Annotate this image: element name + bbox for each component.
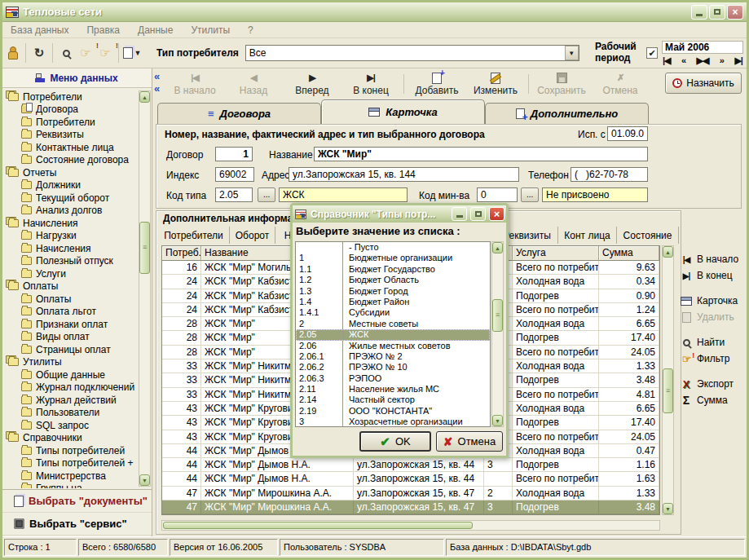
dialog-list-item[interactable]: 1.4.1Субсидии [296,307,490,318]
action-last[interactable]: ▶|В конец [680,267,745,284]
scrollbar-thumb[interactable] [139,222,150,274]
scrollbar-thumb[interactable] [492,299,503,332]
tree-item[interactable]: SQL запрос [5,419,138,432]
action-first[interactable]: |◀В начало [680,251,745,267]
tree-item[interactable]: Общие данные [5,368,138,381]
tree-item[interactable]: Оплата льгот [5,306,138,319]
combobox-dropdown-button[interactable]: ▼ [565,46,579,60]
tree-item[interactable]: Текущий оборот [5,192,138,205]
table-row[interactable]: 47ЖСК "Мир" Мирошкина А.А.ул.Запорожская… [162,487,659,500]
navbtn-add[interactable]: Добавить [408,69,466,99]
tree-group-3[interactable]: Оплаты [5,280,138,293]
dialog-list-item[interactable]: 1.4Бюджет Район [296,297,490,307]
menu-item-0[interactable]: База данных [11,24,68,36]
tab-dogovora[interactable]: ≡Договора [157,103,321,124]
dialog-list-item[interactable]: 1.1Бюджет Государство [296,264,490,275]
tree-item[interactable]: Страницы оплат [5,343,138,356]
working-period-checkbox[interactable]: ✔ [646,47,658,59]
table-row[interactable]: 44ЖСК "Мир" Дымов Н.А.ул.Запорожская 15,… [162,472,659,486]
menu-item-2[interactable]: Данные [138,24,173,36]
tree-item[interactable]: Признаки оплат [5,318,138,331]
dialog-list-item[interactable]: 2.14Частный сектор [296,395,490,405]
dialog-list-item[interactable]: 1Бюджетные организации [296,253,490,263]
scrollbar-thumb[interactable] [663,368,673,413]
lower-tab-Потребители[interactable]: Потребители [158,227,230,244]
action-card[interactable]: Карточка [680,293,745,309]
dialog-list-item[interactable]: 1.3Бюджет Город [296,286,490,297]
consumer-type-combobox[interactable]: Все ▼ [245,45,579,61]
dialog-minimize-button[interactable] [452,207,467,221]
tree-item[interactable]: Услуги [5,267,138,280]
menu-item-3[interactable]: Утилиты [191,24,230,36]
tree-item[interactable]: Полезный отпуск [5,255,138,268]
cancel-button[interactable]: ✘ Отмена [436,431,503,452]
lower-tab-Оборот[interactable]: Оборот [230,227,275,244]
period-nav-button-3[interactable]: » [720,55,724,66]
adres-field[interactable] [289,167,519,182]
column-header-5[interactable]: Сумма [599,246,659,261]
dialog-list-item[interactable]: 2.19ООО "КОНСТАНТА" [296,406,490,417]
period-nav-button-0[interactable]: |◀ [663,55,671,66]
isp-field[interactable] [607,126,648,141]
telefon-field[interactable] [571,167,648,182]
dogovor-field[interactable] [215,147,253,161]
dialog-list-item[interactable]: 3Хозрасчетные организации [296,417,490,427]
menu-item-4[interactable]: ? [248,24,253,36]
lower-tab-Конт лица[interactable]: Конт лица [558,227,617,244]
table-row[interactable]: 44ЖСК "Мир" Дымов Н.А.ул.Запорожская 15,… [162,458,659,472]
dialog-list-item[interactable]: 2.05ЖСК [296,329,490,340]
tree-item[interactable]: Группы на... [5,483,138,489]
menu-item-1[interactable]: Правка [86,24,120,36]
kod-minva-browse-button[interactable]: ... [521,187,539,202]
tree-item[interactable]: Типы потребителей + [5,457,138,470]
sidebar-scrollbar[interactable]: ▲ ▼ [139,90,151,487]
dialog-list-item[interactable]: 2.06.1ПРЭЖО № 2 [296,351,490,362]
select-service-button[interactable]: Выбрать "сервис" [2,513,152,536]
dialog-close-button[interactable]: × [489,207,504,221]
kod-tipa-field[interactable] [215,187,253,202]
tree-item[interactable]: Потребители [5,116,138,129]
scroll-down-icon[interactable]: ▼ [663,503,673,514]
tree-item[interactable]: Контактные лица [5,141,138,154]
dialog-list-item[interactable]: 1.2Бюджет Область [296,275,490,285]
assign-button[interactable]: Назначить [665,73,742,94]
tree-group-5[interactable]: Справочники [5,432,138,445]
table-row[interactable]: 47ЖСК "Мир" Мирошкина А.А.ул.Запорожская… [162,500,659,514]
tree-group-0[interactable]: Потребители [5,90,138,104]
navbtn-last[interactable]: ▶|В конец [341,69,400,99]
table-horizontal-scrollbar[interactable] [161,520,660,531]
collapse-chevrons[interactable]: «« [154,70,165,95]
action-excel[interactable]: XЭкспорт [680,376,745,392]
navbtn-edit[interactable]: Изменить [466,69,525,99]
tree-item[interactable]: Журнал действий [5,394,138,407]
search-button[interactable] [56,43,76,63]
dialog-scrollbar[interactable]: ▲ ▼ [491,241,504,427]
scroll-down-icon[interactable]: ▼ [139,474,150,486]
kod-tipa-browse-button[interactable]: ... [258,187,275,202]
tree-item[interactable]: Журнал подключений [5,381,138,395]
tree-item[interactable]: Типы потребителей [5,444,138,457]
tree-group-1[interactable]: Отчеты [5,166,138,179]
scroll-down-icon[interactable]: ▼ [492,415,503,426]
tree-group-2[interactable]: Начисления [5,217,138,230]
navbtn-next[interactable]: ▶Вперед [283,69,341,99]
tree-item[interactable]: Реквизиты [5,129,138,142]
scrollbar-thumb[interactable] [163,522,473,529]
close-button[interactable]: × [727,5,743,20]
period-value[interactable]: Май 2006 [662,41,743,54]
scroll-up-icon[interactable]: ▲ [139,91,150,103]
tree-item[interactable]: Министрерства [5,470,138,483]
tree-group-4[interactable]: Утилиты [5,356,138,369]
tree-item[interactable]: Анализ долгов [5,205,138,218]
kod-minva-field[interactable] [477,187,518,202]
tree-item[interactable]: Должники [5,179,138,192]
maximize-button[interactable] [709,5,725,20]
select-documents-button[interactable]: Выбрать "документы" [2,490,152,513]
tree-item[interactable]: Состояние договора [5,154,138,167]
refresh-button[interactable]: ↻ [29,43,49,63]
dialog-list-item[interactable]: 2.06.3РЭПОО [296,373,490,384]
filter-plus-button[interactable]: ☞ [95,43,115,63]
tree-item[interactable]: Оплаты [5,293,138,306]
report-button[interactable]: ▼ [122,43,142,63]
tree-item[interactable]: Нагрузки [5,230,138,243]
